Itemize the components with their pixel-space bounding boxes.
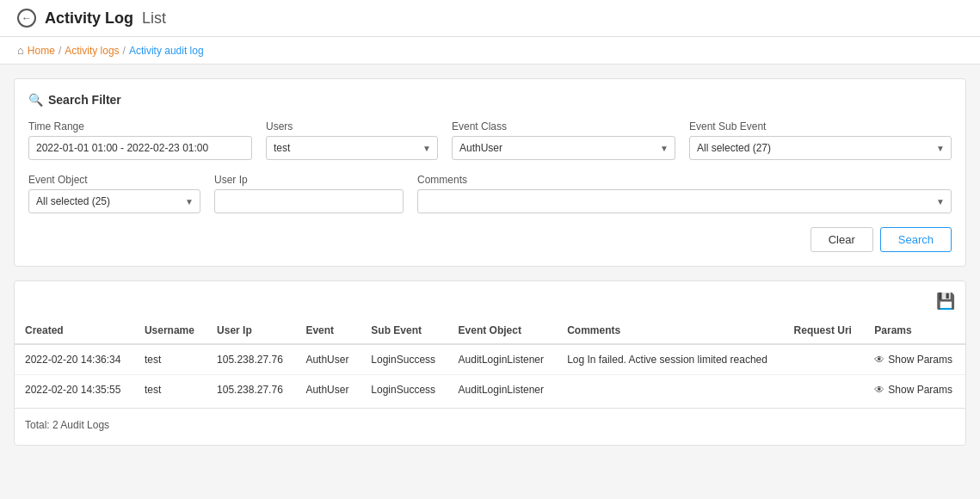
event-class-label: Event Class (452, 120, 675, 132)
cell-user-ip: 105.238.27.76 (206, 344, 295, 375)
col-event-object: Event Object (448, 317, 558, 344)
event-sub-event-field: Event Sub Event All selected (27) ▼ (689, 120, 952, 160)
event-sub-event-select[interactable]: All selected (27) (689, 136, 952, 160)
event-object-field: Event Object All selected (25) ▼ (28, 174, 200, 213)
filter-actions: Clear Search (28, 227, 952, 252)
cell-user-ip: 105.238.27.76 (206, 375, 295, 405)
cell-params: 👁 Show Params (864, 375, 965, 405)
col-created: Created (15, 317, 134, 344)
cell-params: 👁 Show Params (864, 344, 965, 375)
page-title-bold: Activity Log (45, 9, 133, 28)
show-params-label: Show Params (888, 354, 952, 366)
show-params-button[interactable]: 👁 Show Params (874, 384, 952, 396)
cell-comments (557, 375, 783, 405)
col-request-uri: Request Uri (784, 317, 865, 344)
breadcrumb-activity-logs-link[interactable]: Activity logs (65, 45, 119, 57)
table-row: 2022-02-20 14:35:55 test 105.238.27.76 A… (15, 375, 965, 405)
results-footer: Total: 2 Audit Logs (15, 408, 965, 434)
cell-event-object: AuditLoginListener (448, 344, 558, 375)
comments-select[interactable] (417, 189, 952, 213)
col-username: Username (134, 317, 206, 344)
main-content: 🔍 Search Filter Time Range Users test ▼ … (0, 65, 980, 459)
breadcrumb-sep-1: / (59, 45, 61, 57)
eye-icon: 👁 (874, 354, 884, 366)
users-field: Users test ▼ (266, 120, 438, 160)
cell-event-object: AuditLoginListener (448, 375, 558, 405)
clear-button[interactable]: Clear (811, 227, 873, 252)
filter-panel: 🔍 Search Filter Time Range Users test ▼ … (14, 78, 966, 267)
cell-username: test (134, 375, 206, 405)
event-object-select[interactable]: All selected (25) (28, 189, 200, 213)
col-event: Event (295, 317, 361, 344)
results-table: Created Username User Ip Event Sub Event… (15, 317, 965, 404)
breadcrumb-sep-2: / (123, 45, 126, 57)
cell-request-uri (784, 375, 865, 405)
cell-created: 2022-02-20 14:36:34 (15, 344, 134, 375)
users-label: Users (266, 120, 438, 132)
total-label: Total: 2 Audit Logs (25, 419, 109, 431)
search-button[interactable]: Search (880, 227, 952, 252)
time-range-field: Time Range (28, 120, 252, 160)
event-class-select[interactable]: AuthUser (452, 136, 675, 160)
users-select[interactable]: test (266, 136, 438, 160)
time-range-input[interactable] (28, 136, 252, 160)
col-comments: Comments (557, 317, 783, 344)
table-header: Created Username User Ip Event Sub Event… (15, 317, 965, 344)
show-params-label: Show Params (888, 384, 952, 396)
filter-row-2: Event Object All selected (25) ▼ User Ip… (28, 174, 952, 213)
user-ip-label: User Ip (214, 174, 404, 186)
table-row: 2022-02-20 14:36:34 test 105.238.27.76 A… (15, 344, 965, 375)
filter-title: 🔍 Search Filter (28, 93, 952, 107)
comments-select-wrapper: ▼ (417, 189, 952, 213)
table-header-row: Created Username User Ip Event Sub Event… (15, 317, 965, 344)
home-icon: ⌂ (17, 44, 24, 57)
cell-sub-event: LoginSuccess (361, 375, 447, 405)
cell-event: AuthUser (295, 344, 361, 375)
results-toolbar: 💾 (15, 292, 965, 317)
export-icon[interactable]: 💾 (936, 292, 955, 311)
col-user-ip: User Ip (206, 317, 295, 344)
table-body: 2022-02-20 14:36:34 test 105.238.27.76 A… (15, 344, 965, 404)
event-class-select-wrapper: AuthUser ▼ (452, 136, 675, 160)
event-class-field: Event Class AuthUser ▼ (452, 120, 675, 160)
user-ip-field: User Ip (214, 174, 404, 213)
event-sub-event-label: Event Sub Event (689, 120, 952, 132)
cell-sub-event: LoginSuccess (361, 344, 447, 375)
col-params: Params (864, 317, 965, 344)
cell-comments: Log In failed. Active session limited re… (557, 344, 783, 375)
page-title-light: List (142, 9, 166, 28)
cell-request-uri (784, 344, 865, 375)
breadcrumb-current: Activity audit log (129, 45, 204, 57)
event-object-select-wrapper: All selected (25) ▼ (28, 189, 200, 213)
breadcrumb: ⌂ Home / Activity logs / Activity audit … (0, 37, 980, 65)
cell-created: 2022-02-20 14:35:55 (15, 375, 134, 405)
cell-event: AuthUser (295, 375, 361, 405)
users-select-wrapper: test ▼ (266, 136, 438, 160)
comments-field: Comments ▼ (417, 174, 952, 213)
eye-icon: 👁 (874, 384, 884, 396)
event-sub-event-select-wrapper: All selected (27) ▼ (689, 136, 952, 160)
user-ip-input[interactable] (214, 189, 404, 213)
comments-label: Comments (417, 174, 952, 186)
page-header: ← Activity Log List (0, 0, 980, 37)
search-filter-icon: 🔍 (28, 93, 43, 107)
time-range-label: Time Range (28, 120, 252, 132)
filter-row-1: Time Range Users test ▼ Event Class Auth… (28, 120, 952, 160)
event-object-label: Event Object (28, 174, 200, 186)
back-button[interactable]: ← (17, 9, 36, 28)
breadcrumb-home-link[interactable]: Home (28, 45, 55, 57)
results-panel: 💾 Created Username User Ip Event Sub Eve… (14, 280, 966, 446)
col-sub-event: Sub Event (361, 317, 447, 344)
cell-username: test (134, 344, 206, 375)
show-params-button[interactable]: 👁 Show Params (874, 354, 952, 366)
